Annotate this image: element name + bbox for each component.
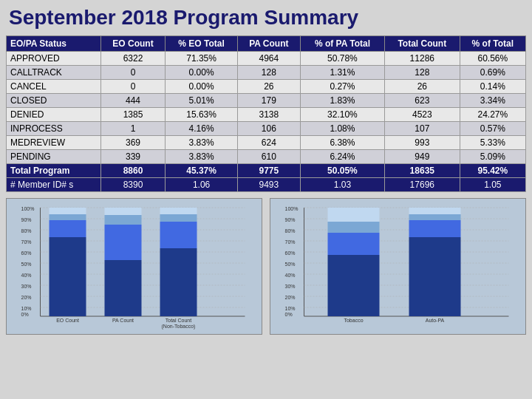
cell-eo_count: 6322: [100, 52, 166, 66]
cell-pct_total: 0.57%: [460, 122, 525, 136]
cell-pct_pa: 1.31%: [300, 66, 384, 80]
cell-pct_total: 5.09%: [460, 150, 525, 164]
cell-pa_count: 3138: [237, 108, 300, 122]
cell-eo_count: 444: [100, 94, 166, 108]
svg-text:Tobacco: Tobacco: [344, 318, 363, 323]
page: September 2018 Program Summary EO/PA Sta…: [0, 0, 532, 399]
svg-rect-24: [50, 220, 86, 237]
svg-text:90%: 90%: [285, 217, 296, 222]
cell-total: 623: [384, 94, 460, 108]
svg-rect-69: [409, 208, 461, 214]
cell-status: MEDREVIEW: [7, 136, 101, 150]
cell-status: CALLTRACK: [7, 66, 101, 80]
table-row: CLOSED4445.01%1791.83%6233.34%: [7, 94, 526, 108]
svg-text:100%: 100%: [21, 206, 35, 211]
svg-text:30%: 30%: [285, 284, 296, 289]
svg-text:80%: 80%: [21, 228, 32, 233]
cell-status: CANCEL: [7, 80, 101, 94]
cell-total: 11286: [384, 52, 460, 66]
cell-total: 4523: [384, 108, 460, 122]
total-cell-pct_eo: 45.37%: [166, 164, 237, 178]
cell-pct_pa: 32.10%: [300, 108, 384, 122]
svg-text:80%: 80%: [285, 228, 296, 233]
cell-total: 26: [384, 80, 460, 94]
col-header-total: Total Count: [384, 36, 460, 52]
cell-status: APPROVED: [7, 52, 101, 66]
col-header-pct-eo: % EO Total: [166, 36, 237, 52]
svg-rect-62: [328, 255, 380, 316]
cell-pct_eo: 5.01%: [166, 94, 237, 108]
cell-status: CLOSED: [7, 94, 101, 108]
cell-pct_eo: 3.83%: [166, 136, 237, 150]
svg-text:20%: 20%: [21, 295, 32, 300]
svg-text:20%: 20%: [285, 295, 296, 300]
svg-rect-67: [409, 220, 461, 237]
cell-pct_eo: 0.00%: [166, 80, 237, 94]
member-cell-pct_pa: 1.03: [300, 178, 384, 192]
cell-pct_total: 60.56%: [460, 52, 525, 66]
svg-text:70%: 70%: [285, 239, 296, 245]
svg-text:90%: 90%: [21, 217, 32, 222]
svg-text:100%: 100%: [285, 206, 299, 211]
cell-pct_pa: 1.08%: [300, 122, 384, 136]
total-cell-pa_count: 9775: [237, 164, 300, 178]
left-chart: 100% 90% 80% 70% 60% 50% 40% 30% 20% 10%…: [6, 198, 262, 335]
cell-pct_eo: 15.63%: [166, 108, 237, 122]
svg-text:Total Count: Total Count: [166, 318, 191, 323]
svg-text:50%: 50%: [21, 262, 32, 267]
svg-rect-32: [160, 222, 197, 248]
table-row: MEDREVIEW3693.83%6246.38%9935.33%: [7, 136, 526, 150]
svg-rect-23: [50, 237, 86, 316]
svg-rect-68: [409, 214, 461, 220]
cell-total: 993: [384, 136, 460, 150]
cell-pa_count: 128: [237, 66, 300, 80]
cell-pct_total: 24.27%: [460, 108, 525, 122]
cell-pct_pa: 0.27%: [300, 80, 384, 94]
table-row: CALLTRACK00.00%1281.31%1280.69%: [7, 66, 526, 80]
cell-pct_eo: 71.35%: [166, 52, 237, 66]
cell-pa_count: 4964: [237, 52, 300, 66]
cell-eo_count: 0: [100, 80, 166, 94]
summary-table: EO/PA Status EO Count % EO Total PA Coun…: [6, 35, 526, 192]
cell-pct_total: 5.33%: [460, 136, 525, 150]
member-cell-pct_eo: 1.06: [166, 178, 237, 192]
svg-text:50%: 50%: [285, 262, 296, 267]
svg-rect-29: [105, 215, 142, 225]
total-cell-eo_count: 8860: [100, 164, 166, 178]
right-chart: 100% 90% 80% 70% 60% 50% 40% 30% 20% 10%…: [270, 198, 526, 335]
cell-pa_count: 106: [237, 122, 300, 136]
svg-text:60%: 60%: [21, 250, 32, 256]
cell-total: 107: [384, 122, 460, 136]
cell-pct_total: 0.14%: [460, 80, 525, 94]
svg-rect-26: [50, 208, 86, 214]
member-cell-total: 17696: [384, 178, 460, 192]
svg-text:PA Count: PA Count: [112, 318, 134, 323]
svg-rect-27: [105, 260, 142, 316]
member-cell-pct_total: 1.05: [460, 178, 525, 192]
member-cell-eo_count: 8390: [100, 178, 166, 192]
right-chart-svg: 100% 90% 80% 70% 60% 50% 40% 30% 20% 10%…: [273, 202, 522, 331]
table-row: CANCEL00.00%260.27%260.14%: [7, 80, 526, 94]
table-header-row: EO/PA Status EO Count % EO Total PA Coun…: [7, 36, 526, 52]
cell-pct_pa: 50.78%: [300, 52, 384, 66]
svg-rect-25: [50, 214, 86, 220]
cell-status: PENDING: [7, 150, 101, 164]
cell-pa_count: 26: [237, 80, 300, 94]
svg-rect-28: [105, 225, 142, 260]
svg-text:30%: 30%: [21, 284, 32, 289]
cell-pa_count: 179: [237, 94, 300, 108]
total-cell-pct_total: 95.42%: [460, 164, 525, 178]
cell-eo_count: 0: [100, 66, 166, 80]
col-header-pa-count: PA Count: [237, 36, 300, 52]
svg-rect-30: [105, 208, 142, 215]
cell-eo_count: 339: [100, 150, 166, 164]
cell-pct_eo: 3.83%: [166, 150, 237, 164]
table-row: PENDING3393.83%6106.24%9495.09%: [7, 150, 526, 164]
cell-pct_pa: 1.83%: [300, 94, 384, 108]
cell-status: DENIED: [7, 108, 101, 122]
cell-pct_eo: 0.00%: [166, 66, 237, 80]
col-header-pct-pa: % of PA Total: [300, 36, 384, 52]
svg-rect-65: [328, 208, 380, 222]
col-header-eo-count: EO Count: [100, 36, 166, 52]
summary-table-container: EO/PA Status EO Count % EO Total PA Coun…: [6, 35, 526, 192]
